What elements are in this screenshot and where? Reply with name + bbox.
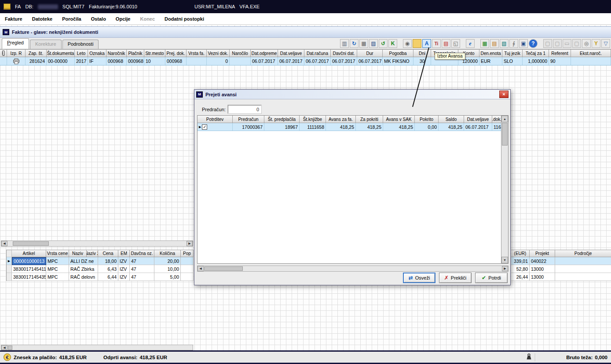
header-cell[interactable]: Leto <box>75 49 88 57</box>
header-cell[interactable]: Naročilo <box>230 49 251 57</box>
header-cell[interactable]: Dni <box>413 49 431 57</box>
item-row[interactable]: 52,80 13000 <box>511 265 611 273</box>
scroll-thumb[interactable] <box>8 346 12 350</box>
dialog-vscrollbar[interactable] <box>501 116 508 263</box>
header-cell[interactable]: Prej. dok. <box>165 49 187 57</box>
scroll-right-icon[interactable] <box>502 266 508 271</box>
header-cell[interactable]: Projekt <box>530 250 555 257</box>
header-cell[interactable]: EM <box>118 250 130 257</box>
header-cell[interactable]: Pop <box>181 250 194 257</box>
paperclip-column-icon[interactable] <box>0 49 7 57</box>
header-cell[interactable]: Vrsta cene <box>46 250 69 257</box>
header-cell[interactable]: Za pokriti <box>356 116 383 123</box>
tab-podrobnosti[interactable]: Podrobnosti <box>62 40 99 49</box>
preklici-button[interactable]: ✗ Prekliči <box>439 273 472 283</box>
scroll-thumb[interactable] <box>13 241 49 246</box>
header-cell[interactable]: Dur <box>357 49 383 57</box>
item-row[interactable]: ▶ 000001000013 MPC ALLI DZ ne 18,00 IZV … <box>7 257 194 265</box>
potrdi-button[interactable]: ✔ Potrdi <box>475 273 508 283</box>
search-icon[interactable]: ◎ <box>582 39 591 48</box>
header-cell[interactable]: Dat.veljave <box>464 116 492 123</box>
items-hscrollbar[interactable] <box>1 240 193 247</box>
header-cell[interactable]: Naročnik <box>106 49 127 57</box>
header-cell[interactable]: Št. predplačila <box>264 116 300 123</box>
item-row[interactable]: 26,44 13000 <box>511 273 611 281</box>
header-cell[interactable]: Tečaj za 1 <box>523 49 549 57</box>
header-cell[interactable]: Dat.računa <box>304 49 331 57</box>
header-cell[interactable]: Št.dokumenta <box>47 49 75 57</box>
header-cell[interactable]: Davčni dat. <box>331 49 357 57</box>
header-cell[interactable]: Den.enota <box>479 49 502 57</box>
header-cell[interactable]: Količina <box>154 250 181 257</box>
table-icon[interactable]: ▦ <box>480 39 489 48</box>
header-cell[interactable]: Avans v SAK <box>383 116 415 123</box>
header-cell[interactable]: Vrsta fa. <box>187 49 207 57</box>
scroll-left-icon[interactable] <box>1 345 7 350</box>
cell-artikel-selected[interactable]: 000001000013 <box>12 257 46 265</box>
dialog-titlebar[interactable]: Prejeti avansi × <box>194 90 510 99</box>
header-cell[interactable]: Področje <box>555 250 611 257</box>
header-cell[interactable]: Referent <box>549 49 571 57</box>
sync-icon[interactable]: ↺ <box>379 39 388 48</box>
euro-web-icon[interactable]: e <box>466 39 475 48</box>
predracun-input[interactable] <box>228 105 261 113</box>
copy-window-icon[interactable]: ◱ <box>451 39 460 48</box>
scroll-left-icon[interactable] <box>1 241 7 246</box>
header-cell[interactable]: Oznaka <box>88 49 106 57</box>
help-icon[interactable]: ? <box>529 39 538 48</box>
header-cell[interactable]: Predračun <box>233 116 264 123</box>
cards-icon[interactable]: ▤ <box>490 39 499 48</box>
header-cell[interactable]: Str.mesto <box>144 49 165 57</box>
header-cell[interactable]: Davčna oz. <box>130 250 154 257</box>
invoice-row[interactable]: 281624 00-00000 2017 IF 000968 000968 10… <box>0 57 611 66</box>
pan-hand-icon[interactable]: ▦ <box>359 39 368 48</box>
item-row[interactable]: 339,01 040022 <box>511 257 611 265</box>
potrditev-checkbox[interactable] <box>202 124 207 130</box>
menu-porocila[interactable]: Poročila <box>57 16 86 22</box>
header-cell[interactable]: Cena <box>98 250 118 257</box>
scroll-left-icon[interactable] <box>198 266 204 271</box>
scroll-thumb[interactable] <box>204 266 243 271</box>
dialog-hscrollbar[interactable] <box>197 266 509 272</box>
scroll-right-icon[interactable] <box>187 241 193 246</box>
header-cell[interactable]: Dat.odpreme <box>251 49 278 57</box>
paperclip-icon[interactable]: ∮ <box>509 39 518 48</box>
header-cell[interactable]: Št.knjižbe <box>300 116 326 123</box>
header-cell[interactable]: Vezni dok. <box>207 49 230 57</box>
close-icon[interactable]: × <box>499 91 509 98</box>
filter-funnel-icon[interactable]: ▽ <box>601 39 610 48</box>
header-cell[interactable]: Tuj jezik <box>502 49 523 57</box>
avans-row[interactable]: 17000367 18967 1111658 418,25 418,25 418… <box>198 123 502 131</box>
header-cell[interactable]: Pogodba <box>383 49 413 57</box>
tab-pregled[interactable]: Pregled <box>2 38 29 49</box>
binoculars-icon[interactable]: ◉ <box>403 39 412 48</box>
monitor-icon[interactable]: ▣ <box>519 39 528 48</box>
osvezi-button[interactable]: ⇄ Osveži <box>403 273 435 283</box>
pdf-icon[interactable]: ▤ <box>442 39 450 48</box>
filter-y-icon[interactable]: Y <box>592 39 600 48</box>
header-cell[interactable]: Saldo <box>439 116 464 123</box>
open-folder-icon[interactable] <box>413 39 421 48</box>
item-row[interactable]: 3830017145435 MPC RAČ delovn 6,44 IZV 47… <box>7 273 194 281</box>
header-cell[interactable]: Ekst.naroč. <box>571 49 611 57</box>
header-cell[interactable]: Plačnik <box>127 49 144 57</box>
menu-datoteke[interactable]: Datoteke <box>27 16 57 22</box>
header-cell[interactable]: (EUR) <box>511 250 530 257</box>
item-row[interactable]: 3830017145411 MPC RAČ Zbirka 6,43 IZV 47… <box>7 265 194 273</box>
scroll-up-icon[interactable] <box>501 116 508 122</box>
image-icon[interactable]: ▨ <box>369 39 378 48</box>
header-cell[interactable]: Št.dok. C <box>492 116 502 123</box>
header-cell[interactable]: Dat.veljave <box>278 49 304 57</box>
menu-dodatni-postopki[interactable]: Dodatni postopki <box>160 16 209 22</box>
k-icon[interactable]: K <box>388 39 397 48</box>
izbor-avansa-icon[interactable]: A <box>422 39 431 48</box>
refresh-icon[interactable]: ↻ <box>350 39 359 48</box>
header-cell[interactable]: Izp. R <box>7 49 26 57</box>
menu-opcije[interactable]: Opcije <box>111 16 135 22</box>
scroll-thumb[interactable] <box>502 123 508 146</box>
header-cell[interactable]: Zap. št. <box>26 49 47 57</box>
header-cell[interactable]: Artikel <box>12 250 46 257</box>
scroll-down-icon[interactable] <box>501 257 508 263</box>
copy-doc-icon[interactable]: ▥ <box>340 39 349 48</box>
header-cell[interactable]: Naziv <box>69 250 87 257</box>
